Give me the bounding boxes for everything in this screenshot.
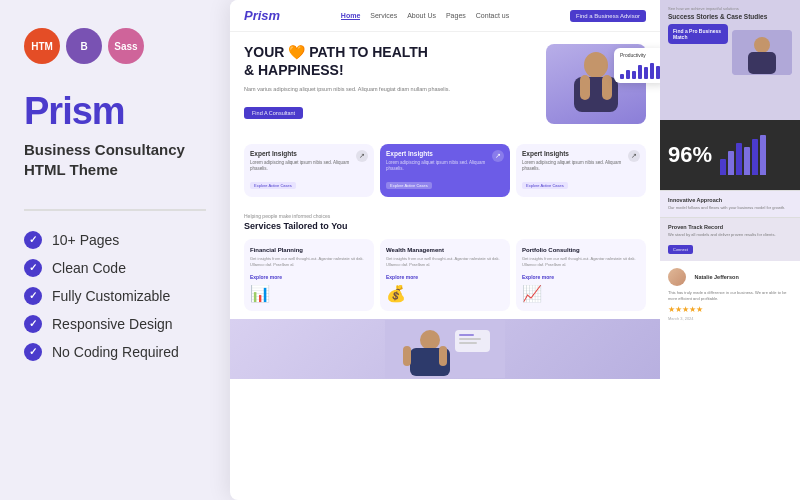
svg-rect-15 xyxy=(748,52,776,74)
card-arrow-3[interactable]: ↗ xyxy=(628,150,640,162)
chart-bar-7 xyxy=(656,66,660,79)
service-card-title-3: Portfolio Consulting xyxy=(522,247,640,253)
feature-item-customize: Fully Customizable xyxy=(24,287,206,305)
card-arrow-1[interactable]: ↗ xyxy=(356,150,368,162)
bootstrap-badge: B xyxy=(66,28,102,64)
svg-point-14 xyxy=(754,37,770,53)
service-card-wealth: Wealth Management Get insights from our … xyxy=(380,239,510,311)
preview-nav-links: Home Services About Us Pages Contact us xyxy=(341,12,509,20)
service-card-title-1: Financial Planning xyxy=(250,247,368,253)
svg-rect-9 xyxy=(455,330,490,352)
svg-rect-2 xyxy=(580,75,590,100)
brand-name: Prism xyxy=(24,92,206,130)
expert-cards-row: ↗ Expert Insights Lorem adipiscing aliqu… xyxy=(230,136,660,205)
bottom-scene-svg xyxy=(385,320,505,378)
feature-item-responsive: Responsive Design xyxy=(24,315,206,333)
productivity-card: Productivity xyxy=(614,48,660,83)
service-card-title-2: Wealth Management xyxy=(386,247,504,253)
service-icon-2: 💰 xyxy=(386,284,504,303)
testimonial-avatar xyxy=(668,268,686,286)
left-panel: HTM B Sass Prism Business ConsultancyHTM… xyxy=(0,0,230,500)
features-list: 10+ Pages Clean Code Fully Customizable … xyxy=(24,231,206,361)
innovative-text: Our model follows and flexes with your b… xyxy=(668,205,792,211)
right-top-section: See how we achieve impactful solutions S… xyxy=(660,0,800,120)
expert-card-text-3: Lorem adipiscing aliquet ipsum nibis sed… xyxy=(522,160,640,173)
service-icon-3: 📈 xyxy=(522,284,640,303)
nav-link-services[interactable]: Services xyxy=(370,12,397,19)
right-panel: See how we achieve impactful solutions S… xyxy=(660,0,800,500)
svg-point-5 xyxy=(420,330,440,350)
hero-title: YOUR 🧡 PATH TO HEALTH& HAPPINESS! xyxy=(244,44,536,79)
check-icon-pages xyxy=(24,231,42,249)
stat-bar-3 xyxy=(736,143,742,175)
testimonial-name: Natalie Jefferson xyxy=(694,274,738,280)
expert-card-text-2: Lorem adipiscing aliquet ipsum nibis sed… xyxy=(386,160,504,173)
proven-text: We stand by all models and deliver prove… xyxy=(668,232,792,238)
testimonial-date: March 3, 2024 xyxy=(668,316,792,321)
productivity-chart xyxy=(620,61,660,79)
feature-label-nocoding: No Coding Required xyxy=(52,344,179,360)
testimonial-header: Natalie Jefferson xyxy=(668,267,792,286)
productivity-label: Productivity xyxy=(620,52,660,58)
feature-item-pages: 10+ Pages xyxy=(24,231,206,249)
feature-label-pages: 10+ Pages xyxy=(52,232,119,248)
svg-rect-12 xyxy=(459,342,477,344)
check-icon-customize xyxy=(24,287,42,305)
expert-card-title-1: Expert Insights xyxy=(250,150,368,157)
card-arrow-2[interactable]: ↗ xyxy=(492,150,504,162)
nav-link-pages[interactable]: Pages xyxy=(446,12,466,19)
services-label: Helping people make informed choices xyxy=(244,213,646,219)
service-card-text-2: Get insights from our well thought-out. … xyxy=(386,256,504,268)
sass-badge: Sass xyxy=(108,28,144,64)
testimonial-stars: ★★★★★ xyxy=(668,305,792,314)
expert-card-badge-2[interactable]: Explore Active Cases xyxy=(386,182,432,189)
stat-bar-1 xyxy=(720,159,726,175)
stat-bars-chart xyxy=(720,135,766,175)
stat-number: 96% xyxy=(668,142,712,168)
nav-link-home[interactable]: Home xyxy=(341,12,360,20)
proven-title: Proven Track Record xyxy=(668,224,792,230)
check-icon-nocoding xyxy=(24,343,42,361)
check-icon-code xyxy=(24,259,42,277)
nav-link-contact[interactable]: Contact us xyxy=(476,12,509,19)
service-card-text-3: Get insights from our well thought-out. … xyxy=(522,256,640,268)
nav-link-about[interactable]: About Us xyxy=(407,12,436,19)
nav-cta-button[interactable]: Find a Business Advisor xyxy=(570,10,646,22)
services-section: Helping people make informed choices Ser… xyxy=(230,205,660,319)
svg-rect-8 xyxy=(439,346,447,366)
feature-label-code: Clean Code xyxy=(52,260,126,276)
svg-rect-10 xyxy=(459,334,474,336)
proven-connect-button[interactable]: Connect xyxy=(668,245,693,254)
hero-cta-button[interactable]: Find A Consultant xyxy=(244,107,303,119)
brand-logo: Prism xyxy=(24,92,206,130)
expert-card-badge-3[interactable]: Explore Active Cases xyxy=(522,182,568,189)
hero-section: YOUR 🧡 PATH TO HEALTH& HAPPINESS! Nam va… xyxy=(230,32,660,136)
svg-rect-7 xyxy=(403,346,411,366)
right-proven-section: Proven Track Record We stand by all mode… xyxy=(660,217,800,262)
expert-card-1: ↗ Expert Insights Lorem adipiscing aliqu… xyxy=(244,144,374,197)
chart-bar-2 xyxy=(626,70,630,79)
html-badge: HTM xyxy=(24,28,60,64)
stat-bar-5 xyxy=(752,139,758,175)
right-top-title: Success Stories & Case Studies xyxy=(668,13,792,20)
feature-item-nocoding: No Coding Required xyxy=(24,343,206,361)
right-top-label: See how we achieve impactful solutions xyxy=(668,6,792,11)
service-card-financial: Financial Planning Get insights from our… xyxy=(244,239,374,311)
expert-card-text-1: Lorem adipiscing aliquet ipsum nibis sed… xyxy=(250,160,368,173)
hero-subtitle: Nam varius adipiscing aliquet ipsum nibi… xyxy=(244,85,536,93)
service-link-3[interactable]: Explore more xyxy=(522,274,640,280)
right-top-image-svg xyxy=(732,30,792,75)
service-card-text-1: Get insights from our well thought-out. … xyxy=(250,256,368,268)
right-testimonial-section: Natalie Jefferson This has truly made a … xyxy=(660,261,800,500)
right-cta-button[interactable]: Find a Pro Business Match xyxy=(668,24,728,44)
testimonial-text: This has truly made a difference in our … xyxy=(668,290,792,302)
feature-item-code: Clean Code xyxy=(24,259,206,277)
tech-badges: HTM B Sass xyxy=(24,28,206,64)
service-link-1[interactable]: Explore more xyxy=(250,274,368,280)
preview-bottom-image xyxy=(230,319,660,379)
feature-label-responsive: Responsive Design xyxy=(52,316,173,332)
chart-bar-6 xyxy=(650,63,654,79)
stat-bar-2 xyxy=(728,151,734,175)
expert-card-badge-1[interactable]: Explore Active Cases xyxy=(250,182,296,189)
service-link-2[interactable]: Explore more xyxy=(386,274,504,280)
